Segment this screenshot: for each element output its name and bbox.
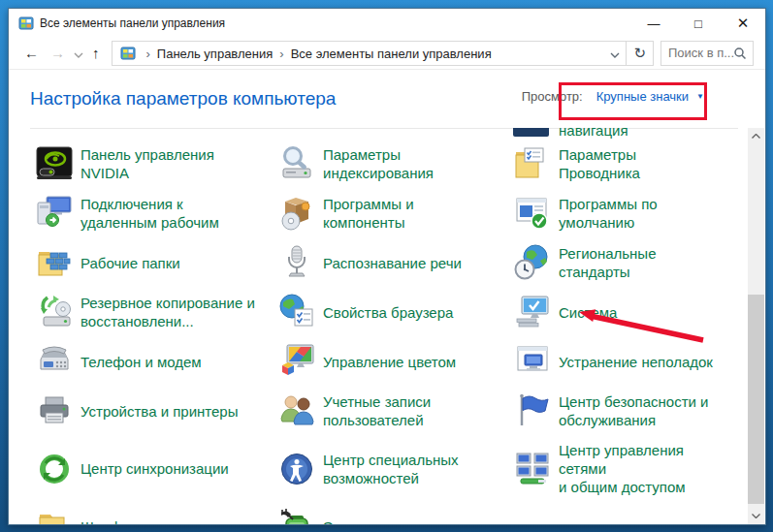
vertical-scrollbar[interactable]: [748, 128, 764, 524]
cpanel-item-default-programs[interactable]: Программы по умолчанию: [513, 194, 722, 233]
address-bar[interactable]: › Панель управления › Все элементы панел…: [112, 41, 655, 66]
cpanel-item-power-options[interactable]: Электропитание: [277, 507, 513, 524]
cpanel-item-ease-of-access[interactable]: Центр специальных возможностей: [277, 441, 513, 496]
close-button[interactable]: ✕: [721, 9, 765, 38]
cpanel-item-devices-printers[interactable]: Устройства и принтеры: [35, 391, 277, 430]
cpanel-item-label: Свойства браузера: [323, 303, 453, 322]
region-icon: [513, 243, 552, 282]
cpanel-item-label: Центр специальных возможностей: [323, 451, 459, 487]
cpanel-item-phone-modem[interactable]: Телефон и модем: [35, 342, 277, 381]
maximize-button[interactable]: □: [676, 9, 721, 38]
cpanel-item-system[interactable]: Система: [513, 293, 722, 331]
ease-of-access-icon: [277, 450, 316, 488]
cpanel-item-label: Параметры индексирования: [323, 145, 434, 182]
cpanel-item-network-sharing[interactable]: Центр управления сетями и общим доступом: [513, 441, 722, 496]
speech-recognition-icon: [277, 243, 316, 282]
cpanel-item-label: Программы по умолчанию: [559, 195, 658, 232]
cpanel-item-troubleshooting[interactable]: Устранение неполадок: [513, 342, 722, 381]
breadcrumb-separator: ›: [140, 47, 157, 61]
explorer-options-icon: [513, 144, 552, 183]
view-dropdown-value: Крупные значки: [596, 89, 689, 104]
forward-button[interactable]: →: [45, 42, 71, 65]
indexing-options-icon: [277, 144, 316, 183]
backup-restore-icon: [35, 293, 74, 331]
cpanel-item-indexing-options[interactable]: Параметры индексирования: [277, 144, 513, 183]
cpanel-item-label: Региональные стандарты: [559, 244, 722, 281]
cpanel-item-label: Устранение неполадок: [559, 353, 713, 371]
system-icon: [513, 293, 552, 331]
cpanel-item-nvidia[interactable]: Панель управления NVIDIA: [35, 144, 277, 183]
work-folders-icon: [35, 243, 74, 282]
internet-options-icon: [277, 293, 316, 331]
cpanel-item-taskbar-navigation-partial[interactable]: навигация: [513, 128, 628, 141]
navigation-bar: ← → ↑ › Панель управления › Все элементы…: [9, 38, 765, 70]
cpanel-item-explorer-options[interactable]: Параметры Проводника: [513, 144, 722, 183]
control-panel-icon: [18, 16, 34, 31]
address-dropdown-chevron-icon[interactable]: [604, 45, 626, 62]
page-title: Настройка параметров компьютера: [30, 88, 336, 110]
control-panel-window: Все элементы панели управления — □ ✕ ← →…: [8, 8, 766, 525]
cpanel-item-speech-recognition[interactable]: Распознавание речи: [277, 243, 513, 282]
scrollbar-thumb[interactable]: [748, 295, 764, 504]
security-maintenance-icon: [513, 391, 552, 430]
cpanel-item-label: Электропитание: [323, 517, 434, 525]
items-grid: Панель управления NVIDIA Параметры индек…: [35, 144, 722, 524]
search-box[interactable]: [660, 41, 754, 66]
refresh-button[interactable]: ↻: [626, 42, 653, 65]
title-bar: Все элементы панели управления — □ ✕: [9, 9, 765, 38]
user-accounts-icon: [277, 391, 316, 430]
page-header: Настройка параметров компьютера Просмотр…: [9, 70, 765, 128]
cpanel-item-label: Центр управления сетями и общим доступом: [559, 441, 722, 496]
cpanel-item-label: Устройства и принтеры: [81, 402, 238, 421]
cpanel-item-label: Подключения к удаленным рабочим: [81, 195, 219, 232]
cpanel-item-backup-restore[interactable]: Резервное копирование и восстановлени...: [35, 293, 277, 331]
sync-center-icon: [35, 450, 74, 488]
cpanel-item-label: Телефон и модем: [81, 353, 202, 371]
cpanel-item-fonts[interactable]: A Шрифты: [35, 507, 277, 524]
network-sharing-icon: [513, 450, 552, 488]
cpanel-item-work-folders[interactable]: Рабочие папки: [35, 243, 277, 282]
cpanel-item-label: Распознавание речи: [323, 254, 462, 272]
cpanel-item-region[interactable]: Региональные стандарты: [513, 243, 722, 282]
remote-desktop-icon: [35, 194, 74, 233]
breadcrumb-current[interactable]: Все элементы панели управления: [291, 47, 492, 61]
default-programs-icon: [513, 194, 552, 233]
scroll-down-button[interactable]: [748, 508, 764, 524]
fonts-icon: A: [35, 507, 74, 524]
devices-printers-icon: [35, 391, 74, 430]
view-dropdown[interactable]: Крупные значки ▼: [587, 82, 716, 110]
color-management-icon: [277, 342, 316, 381]
cpanel-item-color-management[interactable]: Управление цветом: [277, 342, 513, 381]
breadcrumb-root[interactable]: Панель управления: [157, 47, 273, 61]
history-chevron-icon[interactable]: [71, 45, 86, 62]
window-title: Все элементы панели управления: [40, 16, 225, 30]
breadcrumb-separator: ›: [273, 47, 290, 61]
phone-modem-icon: [35, 342, 74, 381]
up-button[interactable]: ↑: [86, 42, 106, 65]
cpanel-item-label: Рабочие папки: [81, 254, 180, 272]
cpanel-item-label: Шрифты: [81, 517, 139, 525]
scroll-up-button[interactable]: [748, 128, 764, 144]
cpanel-item-remote-desktop[interactable]: Подключения к удаленным рабочим: [35, 194, 277, 233]
cpanel-item-label: Центр синхронизации: [81, 459, 229, 478]
troubleshooting-icon: [513, 342, 552, 381]
cpanel-item-label: Резервное копирование и восстановлени...: [81, 294, 255, 330]
cpanel-item-label: навигация: [559, 128, 628, 141]
cpanel-item-programs-features[interactable]: Программы и компоненты: [277, 194, 513, 233]
cpanel-item-user-accounts[interactable]: Учетные записи пользователей: [277, 391, 513, 430]
cpanel-item-label: Параметры Проводника: [559, 145, 722, 182]
back-button[interactable]: ←: [18, 42, 45, 65]
nvidia-icon: [35, 144, 74, 183]
cpanel-item-security-maintenance[interactable]: Центр безопасности и обслуживания: [513, 391, 722, 430]
taskbar-navigation-icon: [513, 128, 549, 137]
header-separator: [30, 128, 738, 129]
minimize-button[interactable]: —: [631, 9, 676, 38]
cpanel-item-label: Панель управления NVIDIA: [81, 145, 214, 182]
search-input[interactable]: [661, 42, 736, 63]
items-panel: навигация Панель управления NVIDIA Парам…: [9, 128, 765, 524]
svg-text:A: A: [46, 520, 59, 524]
cpanel-item-internet-options[interactable]: Свойства браузера: [277, 293, 513, 331]
programs-features-icon: [277, 194, 316, 233]
cpanel-item-sync-center[interactable]: Центр синхронизации: [35, 441, 277, 496]
cpanel-item-label: Центр безопасности и обслуживания: [559, 392, 708, 429]
